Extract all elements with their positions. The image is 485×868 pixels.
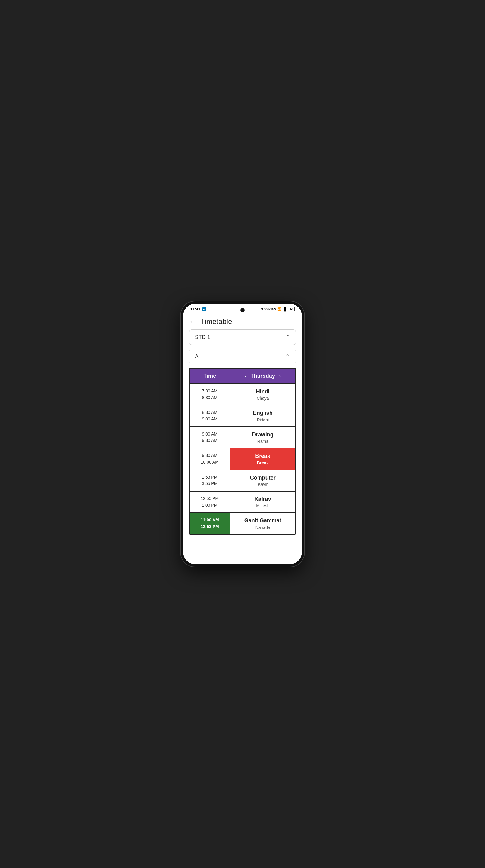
time-cell: 1:53 PM 3:55 PM: [190, 470, 230, 491]
dropdown-container: STD 1 ⌃ A ⌃: [183, 330, 302, 364]
back-button[interactable]: ←: [189, 318, 196, 326]
time-cell: 7:30 AM 8:30 AM: [190, 384, 230, 405]
table-row: 7:30 AM 8:30 AM Hindi Chaya: [190, 383, 295, 405]
subject-cell: Kalrav Miitesh: [230, 492, 295, 513]
battery-icon: 69: [289, 307, 295, 311]
subject-name: English: [253, 410, 272, 416]
start-time: 12:55 PM: [201, 496, 219, 502]
table-row: 12:55 PM 1:00 PM Kalrav Miitesh: [190, 491, 295, 513]
app-header: ← Timetable: [183, 313, 302, 330]
table-row: 9:00 AM 9:30 AM Drawing Rama: [190, 427, 295, 448]
subject-name: Hindi: [256, 388, 269, 395]
prev-day-button[interactable]: ‹: [244, 373, 247, 379]
section-dropdown[interactable]: A ⌃: [189, 349, 296, 364]
start-time: 9:00 AM: [202, 431, 218, 437]
std-dropdown-value: STD 1: [195, 334, 210, 341]
teacher-name: Nanada: [255, 525, 270, 530]
start-time: 8:30 AM: [202, 410, 218, 415]
start-time: 11:00 AM: [201, 517, 219, 523]
teacher-name: Break: [257, 461, 269, 465]
start-time: 7:30 AM: [202, 388, 218, 394]
subject-name: Computer: [250, 474, 276, 481]
linkedin-icon: in: [202, 307, 206, 311]
camera-notch: [240, 308, 245, 312]
time-cell: 9:00 AM 9:30 AM: [190, 427, 230, 448]
section-chevron-icon: ⌃: [286, 353, 290, 360]
end-time: 12:53 PM: [201, 524, 219, 530]
page-title: Timetable: [201, 317, 232, 326]
subject-cell: Ganit Gammat Nanada: [230, 513, 295, 534]
status-time: 11:41: [190, 307, 200, 311]
teacher-name: Kavir: [258, 482, 267, 487]
table-row: 8:30 AM 9:00 AM English Riddhi: [190, 405, 295, 426]
std-dropdown[interactable]: STD 1 ⌃: [189, 330, 296, 345]
subject-name: Kalrav: [255, 496, 271, 503]
subject-cell: Drawing Rama: [230, 427, 295, 448]
end-time: 10:00 AM: [201, 459, 219, 465]
end-time: 9:30 AM: [202, 438, 218, 444]
time-cell: 12:55 PM 1:00 PM: [190, 492, 230, 513]
timetable: Time ‹ Thursday › 7:30 AM 8:30 AM Hindi …: [189, 368, 296, 535]
std-chevron-icon: ⌃: [286, 334, 290, 341]
start-time: 1:53 PM: [202, 474, 218, 480]
end-time: 9:00 AM: [202, 416, 218, 422]
phone-frame: 11:41 in 3.00 KB/S 📶 ▐▌ 69 ← Timetable S…: [181, 301, 304, 567]
start-time: 9:30 AM: [202, 453, 218, 459]
day-label: Thursday: [251, 373, 275, 379]
table-row: 9:30 AM 10:00 AM Break Break: [190, 448, 295, 469]
teacher-name: Riddhi: [257, 417, 269, 422]
timetable-header: Time ‹ Thursday ›: [190, 369, 295, 383]
end-time: 1:00 PM: [202, 502, 218, 508]
teacher-name: Chaya: [257, 396, 269, 401]
subject-cell: Hindi Chaya: [230, 384, 295, 405]
subject-cell-break: Break Break: [230, 448, 295, 469]
time-cell: 8:30 AM 9:00 AM: [190, 405, 230, 426]
subject-cell: English Riddhi: [230, 405, 295, 426]
next-day-button[interactable]: ›: [278, 373, 282, 379]
status-right: 3.00 KB/S 📶 ▐▌ 69: [261, 307, 295, 311]
end-time: 8:30 AM: [202, 395, 218, 401]
teacher-name: Rama: [257, 439, 268, 444]
subject-name: Break: [255, 453, 270, 460]
time-cell: 9:30 AM 10:00 AM: [190, 448, 230, 469]
subject-name: Ganit Gammat: [244, 517, 281, 524]
status-left: 11:41 in: [190, 307, 206, 311]
day-header: ‹ Thursday ›: [230, 369, 295, 383]
end-time: 3:55 PM: [202, 481, 218, 487]
table-row: 11:00 AM 12:53 PM Ganit Gammat Nanada: [190, 513, 295, 534]
signal-icon: ▐▌: [283, 307, 288, 311]
wifi-icon: 📶: [278, 307, 282, 311]
subject-name: Drawing: [252, 431, 273, 438]
subject-cell: Computer Kavir: [230, 470, 295, 491]
time-header: Time: [190, 369, 230, 383]
timetable-wrapper: Time ‹ Thursday › 7:30 AM 8:30 AM Hindi …: [183, 368, 302, 541]
table-row: 1:53 PM 3:55 PM Computer Kavir: [190, 470, 295, 491]
teacher-name: Miitesh: [256, 503, 269, 508]
network-speed: 3.00 KB/S: [261, 307, 277, 311]
section-dropdown-value: A: [195, 353, 198, 360]
time-cell-current: 11:00 AM 12:53 PM: [190, 513, 230, 534]
